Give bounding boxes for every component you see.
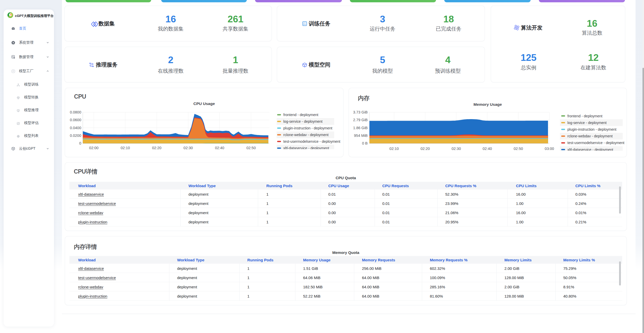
svg-text:frontend - deployment: frontend - deployment [567, 114, 602, 118]
svg-text:2.79 GiB: 2.79 GiB [353, 118, 368, 122]
svg-text:xltl-dataservice - deployment: xltl-dataservice - deployment [283, 146, 329, 150]
svg-text:02:30: 02:30 [184, 146, 193, 150]
svg-text:test-usermodelservice - deploy: test-usermodelservice - deployment [567, 141, 624, 145]
svg-text:0.0600: 0.0600 [70, 118, 81, 122]
svg-text:xltl-dataservice - deployment: xltl-dataservice - deployment [567, 148, 613, 152]
svg-text:0.0400: 0.0400 [70, 126, 81, 130]
svg-text:rclone-webdav - deployment: rclone-webdav - deployment [567, 134, 613, 138]
svg-text:02:40: 02:40 [215, 146, 224, 150]
svg-text:rclone-webdav - deployment: rclone-webdav - deployment [283, 133, 329, 137]
svg-text:log-service - deployment: log-service - deployment [567, 121, 607, 125]
svg-text:02:10: 02:10 [389, 147, 399, 151]
svg-text:02:20: 02:20 [152, 146, 161, 150]
svg-text:02:50: 02:50 [514, 147, 523, 151]
svg-text:CPU Usage: CPU Usage [193, 101, 215, 106]
svg-text:02:40: 02:40 [483, 147, 492, 151]
svg-text:0.0800: 0.0800 [70, 110, 81, 114]
svg-text:0.0200: 0.0200 [70, 134, 81, 138]
svg-text:02:30: 02:30 [451, 147, 461, 151]
svg-text:frontend - deployment: frontend - deployment [283, 113, 318, 117]
svg-text:02:00: 02:00 [89, 146, 98, 150]
svg-text:954 MiB: 954 MiB [354, 134, 368, 138]
svg-text:Memory Usage: Memory Usage [474, 102, 502, 107]
svg-text:plugin-instruction - deploymen: plugin-instruction - deployment [283, 126, 332, 130]
svg-text:1.86 GiB: 1.86 GiB [353, 126, 368, 130]
svg-text:3.73 GiB: 3.73 GiB [353, 110, 368, 114]
svg-text:02:10: 02:10 [121, 146, 130, 150]
svg-text:test-usermodelservice - deploy: test-usermodelservice - deployment [283, 139, 340, 144]
svg-text:02:20: 02:20 [421, 147, 430, 151]
svg-text:log-service - deployment: log-service - deployment [283, 119, 323, 123]
svg-text:0: 0 [79, 141, 81, 145]
svg-text:03:00: 03:00 [545, 147, 554, 151]
svg-text:02:50: 02:50 [246, 146, 256, 150]
svg-text:0 B: 0 B [362, 141, 368, 145]
svg-text:plugin-instruction - deploymen: plugin-instruction - deployment [567, 127, 616, 131]
